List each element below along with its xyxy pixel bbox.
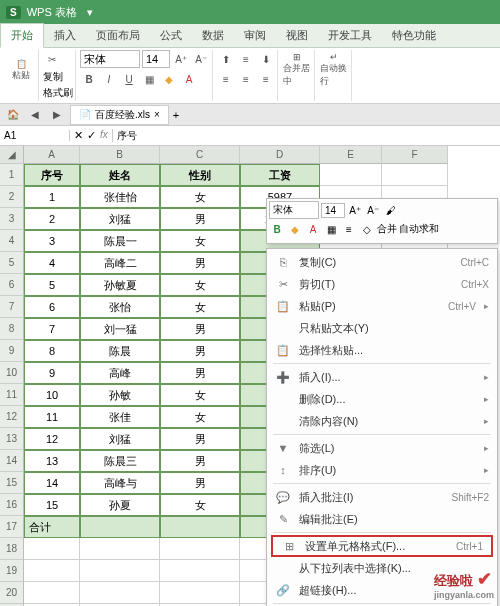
table-cell[interactable]: 女 xyxy=(160,186,240,208)
tab-special[interactable]: 特色功能 xyxy=(382,24,446,47)
table-cell[interactable]: 刘猛 xyxy=(80,208,160,230)
mini-border-icon[interactable]: ▦ xyxy=(323,221,339,237)
tab-insert[interactable]: 插入 xyxy=(44,24,86,47)
document-tab[interactable]: 📄 百度经验.xls × xyxy=(70,105,169,125)
context-menu-item[interactable]: ➕插入(I)...▸ xyxy=(267,366,497,388)
row-header[interactable]: 3 xyxy=(0,208,24,230)
mini-format-painter-icon[interactable]: 🖌 xyxy=(383,202,399,218)
increase-font-icon[interactable]: A⁺ xyxy=(172,50,190,68)
tab-formula[interactable]: 公式 xyxy=(150,24,192,47)
table-cell[interactable]: 张怡 xyxy=(80,296,160,318)
col-header[interactable]: A xyxy=(24,146,80,164)
table-cell[interactable]: 孙夏 xyxy=(80,494,160,516)
context-menu-item[interactable]: 💬插入批注(I)Shift+F2 xyxy=(267,486,497,508)
cancel-formula-icon[interactable]: ✕ xyxy=(74,129,83,142)
tab-layout[interactable]: 页面布局 xyxy=(86,24,150,47)
row-header[interactable]: 8 xyxy=(0,318,24,340)
table-cell[interactable]: 12 xyxy=(24,428,80,450)
close-doc-icon[interactable]: × xyxy=(154,109,160,120)
row-header[interactable]: 11 xyxy=(0,384,24,406)
row-header[interactable]: 13 xyxy=(0,428,24,450)
table-cell[interactable]: 8 xyxy=(24,340,80,362)
row-header[interactable]: 19 xyxy=(0,560,24,582)
align-bottom-icon[interactable]: ⬇ xyxy=(257,50,275,68)
context-menu-item[interactable]: 清除内容(N)▸ xyxy=(267,410,497,432)
row-header[interactable]: 10 xyxy=(0,362,24,384)
table-cell[interactable]: 陈晨 xyxy=(80,340,160,362)
row-header[interactable]: 6 xyxy=(0,274,24,296)
context-menu-item[interactable]: ⎘复制(C)Ctrl+C xyxy=(267,251,497,273)
context-menu-item[interactable]: ⊞设置单元格格式(F)...Ctrl+1 xyxy=(271,535,493,557)
empty-cell[interactable] xyxy=(160,538,240,560)
font-size-select[interactable]: 14 xyxy=(142,50,170,68)
table-cell[interactable]: 男 xyxy=(160,428,240,450)
table-cell[interactable] xyxy=(160,516,240,538)
table-cell[interactable] xyxy=(80,516,160,538)
table-cell[interactable]: 男 xyxy=(160,362,240,384)
table-cell[interactable]: 男 xyxy=(160,208,240,230)
row-header[interactable]: 16 xyxy=(0,494,24,516)
table-cell[interactable]: 5 xyxy=(24,274,80,296)
mini-font-size[interactable]: 14 xyxy=(321,203,345,218)
underline-icon[interactable]: U xyxy=(120,70,138,88)
confirm-formula-icon[interactable]: ✓ xyxy=(87,129,96,142)
next-doc-icon[interactable]: ▶ xyxy=(48,106,66,124)
mini-autosum-label[interactable]: 自动求和 xyxy=(399,222,439,236)
table-cell[interactable]: 女 xyxy=(160,230,240,252)
mini-increase-font-icon[interactable]: A⁺ xyxy=(347,202,363,218)
row-header[interactable]: 12 xyxy=(0,406,24,428)
fx-icon[interactable]: fx xyxy=(100,129,108,142)
context-menu-item[interactable]: ✂剪切(T)Ctrl+X xyxy=(267,273,497,295)
row-header[interactable]: 20 xyxy=(0,582,24,604)
empty-cell[interactable] xyxy=(80,560,160,582)
context-menu-item[interactable]: ✎编辑批注(E) xyxy=(267,508,497,530)
table-cell[interactable]: 15 xyxy=(24,494,80,516)
align-top-icon[interactable]: ⬆ xyxy=(217,50,235,68)
tab-review[interactable]: 审阅 xyxy=(234,24,276,47)
table-cell[interactable]: 女 xyxy=(160,274,240,296)
table-cell[interactable]: 张佳 xyxy=(80,406,160,428)
context-menu-item[interactable]: ↕排序(U)▸ xyxy=(267,459,497,481)
formula-input[interactable]: 序号 xyxy=(113,129,141,143)
table-cell[interactable]: 男 xyxy=(160,450,240,472)
border-icon[interactable]: ▦ xyxy=(140,70,158,88)
table-cell[interactable]: 7 xyxy=(24,318,80,340)
tab-dev[interactable]: 开发工具 xyxy=(318,24,382,47)
row-header[interactable]: 4 xyxy=(0,230,24,252)
mini-align-icon[interactable]: ≡ xyxy=(341,221,357,237)
context-menu-item[interactable]: 📋选择性粘贴... xyxy=(267,339,497,361)
mini-fill-icon[interactable]: ◆ xyxy=(287,221,303,237)
table-cell[interactable]: 13 xyxy=(24,450,80,472)
font-name-select[interactable]: 宋体 xyxy=(80,50,140,68)
empty-cell[interactable] xyxy=(80,538,160,560)
align-left-icon[interactable]: ≡ xyxy=(217,70,235,88)
table-header[interactable]: 性别 xyxy=(160,164,240,186)
select-all-corner[interactable]: ◢ xyxy=(0,146,24,164)
table-cell[interactable]: 6 xyxy=(24,296,80,318)
table-header[interactable]: 工资 xyxy=(240,164,320,186)
align-middle-icon[interactable]: ≡ xyxy=(237,50,255,68)
row-header[interactable]: 15 xyxy=(0,472,24,494)
table-header[interactable]: 姓名 xyxy=(80,164,160,186)
add-doc-icon[interactable]: + xyxy=(173,109,179,121)
italic-icon[interactable]: I xyxy=(100,70,118,88)
col-header[interactable]: D xyxy=(240,146,320,164)
table-cell[interactable]: 张佳怡 xyxy=(80,186,160,208)
empty-cell[interactable] xyxy=(160,582,240,604)
row-header[interactable]: 14 xyxy=(0,450,24,472)
empty-cell[interactable] xyxy=(382,164,448,186)
tab-view[interactable]: 视图 xyxy=(276,24,318,47)
row-header[interactable]: 7 xyxy=(0,296,24,318)
table-cell[interactable]: 男 xyxy=(160,472,240,494)
copy-label[interactable]: 复制 xyxy=(43,70,63,84)
col-header[interactable]: C xyxy=(160,146,240,164)
table-cell[interactable]: 11 xyxy=(24,406,80,428)
table-cell[interactable]: 刘一猛 xyxy=(80,318,160,340)
align-right-icon[interactable]: ≡ xyxy=(257,70,275,88)
titlebar-dropdown-icon[interactable]: ▾ xyxy=(87,6,93,19)
context-menu-item[interactable]: 删除(D)...▸ xyxy=(267,388,497,410)
table-cell[interactable]: 2 xyxy=(24,208,80,230)
row-header[interactable]: 18 xyxy=(0,538,24,560)
row-header[interactable]: 5 xyxy=(0,252,24,274)
empty-cell[interactable] xyxy=(24,538,80,560)
